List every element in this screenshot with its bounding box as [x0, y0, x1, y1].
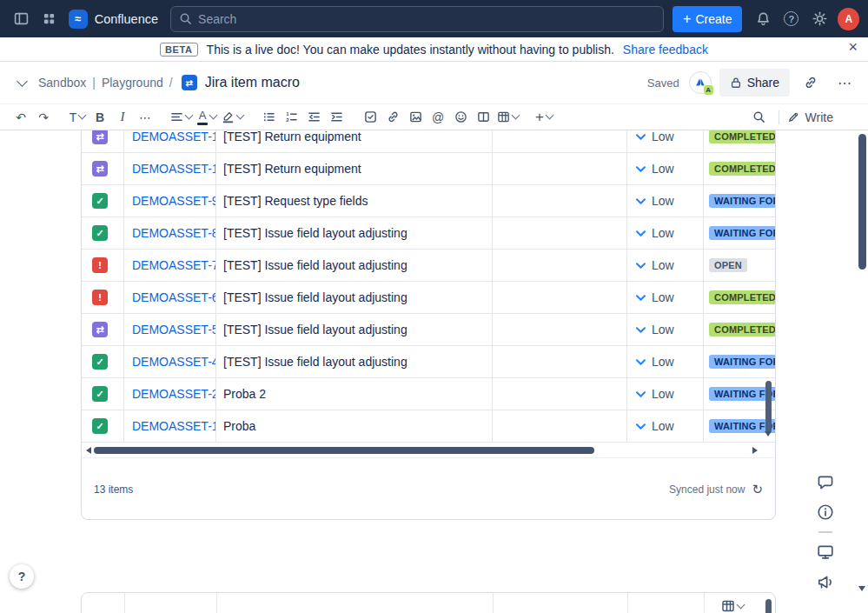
- priority-cell[interactable]: Low: [627, 250, 704, 281]
- issue-summary-cell: [TEST] Issue field layout adjusting: [216, 217, 493, 249]
- priority-cell[interactable]: Low: [627, 378, 704, 410]
- comments-button[interactable]: [815, 472, 836, 493]
- issue-key-link[interactable]: DEMOASSET-11: [132, 130, 216, 143]
- page-scroll-down-arrow[interactable]: [858, 591, 865, 607]
- issue-key-link[interactable]: DEMOASSET-1: [132, 419, 216, 433]
- priority-cell[interactable]: Low: [627, 185, 704, 217]
- insert-table-button[interactable]: [495, 107, 520, 128]
- write-button[interactable]: Write: [787, 107, 833, 128]
- task-list-button[interactable]: [360, 107, 381, 128]
- issue-key-cell: DEMOASSET-6: [124, 282, 216, 313]
- horizontal-scroll-thumb[interactable]: [94, 447, 594, 454]
- numbered-list-button[interactable]: 12: [281, 107, 301, 128]
- help-button[interactable]: ?: [779, 6, 804, 32]
- collaborator-avatar[interactable]: A: [689, 71, 712, 94]
- table-row: ✓DEMOASSET-4[TEST] Issue field layout ad…: [82, 346, 775, 378]
- share-button[interactable]: Share: [719, 69, 790, 97]
- search-input[interactable]: Search: [170, 6, 664, 32]
- table-row: ⇄DEMOASSET-5[TEST] Issue field layout ad…: [82, 314, 775, 346]
- table-options-button[interactable]: [721, 599, 744, 613]
- share-feedback-link[interactable]: Share feedback: [623, 43, 708, 57]
- text-style-button[interactable]: T: [67, 107, 88, 128]
- insert-link-button[interactable]: [382, 107, 403, 128]
- create-button[interactable]: + Create: [673, 6, 742, 32]
- link-icon: [804, 76, 818, 90]
- jira-items-macro[interactable]: ⇄DEMOASSET-11[TEST] Return equipmentLowC…: [81, 130, 776, 520]
- priority-cell[interactable]: Low: [627, 346, 704, 377]
- banner-close-button[interactable]: ×: [848, 39, 858, 55]
- layouts-button[interactable]: [473, 107, 494, 128]
- outdent-button[interactable]: [303, 107, 324, 128]
- issue-key-cell: DEMOASSET-1: [124, 410, 216, 442]
- align-button[interactable]: [169, 107, 194, 128]
- bold-button[interactable]: B: [89, 107, 110, 128]
- insert-image-button[interactable]: [405, 107, 426, 128]
- details-button[interactable]: [815, 502, 836, 523]
- issue-key-link[interactable]: DEMOASSET-2: [132, 387, 216, 401]
- refresh-button[interactable]: ↻: [752, 483, 763, 496]
- highlight-button[interactable]: [220, 107, 245, 128]
- emoji-button[interactable]: [450, 107, 471, 128]
- issue-summary: [TEST] Return equipment: [223, 162, 361, 176]
- mention-button[interactable]: @: [427, 107, 448, 128]
- text-color-icon: A: [197, 110, 208, 125]
- issue-key-link[interactable]: DEMOASSET-6: [132, 290, 216, 304]
- breadcrumb-space-link[interactable]: Sandbox: [38, 76, 86, 90]
- macro-horizontal-scrollbar[interactable]: [82, 443, 775, 458]
- scroll-right-arrow[interactable]: [752, 447, 758, 454]
- app-switcher-button[interactable]: [36, 6, 61, 32]
- table-row: ✓DEMOASSET-9[TEST] Request type fieldsLo…: [82, 185, 775, 217]
- indent-button[interactable]: [326, 107, 347, 128]
- issue-key-link[interactable]: DEMOASSET-8: [132, 226, 216, 240]
- priority-cell[interactable]: Low: [627, 130, 704, 152]
- priority-low-icon: [634, 130, 647, 143]
- breadcrumb-page-link[interactable]: Playground: [102, 76, 163, 90]
- redo-button[interactable]: ↷: [33, 107, 54, 128]
- chevron-down-icon: [512, 111, 520, 120]
- priority-cell[interactable]: Low: [627, 282, 704, 313]
- issue-key-link[interactable]: DEMOASSET-4: [132, 355, 216, 369]
- feedback-button[interactable]: [815, 571, 836, 592]
- green-issue-type-icon: ✓: [92, 418, 108, 434]
- collapse-chevron-button[interactable]: [10, 71, 33, 94]
- profile-avatar[interactable]: A: [838, 8, 859, 30]
- issue-key-cell: DEMOASSET-2: [124, 378, 216, 410]
- priority-cell[interactable]: Low: [627, 410, 704, 442]
- bullet-list-button[interactable]: [258, 107, 279, 128]
- more-actions-button[interactable]: ⋯: [832, 70, 858, 96]
- settings-button[interactable]: [807, 6, 832, 32]
- priority-cell[interactable]: Low: [627, 153, 704, 184]
- issue-key-link[interactable]: DEMOASSET-9: [132, 194, 216, 208]
- status-badge: WAITING FOR SUPPORT: [709, 226, 775, 240]
- sidebar-toggle-button[interactable]: [9, 6, 33, 32]
- scroll-left-arrow[interactable]: [86, 447, 91, 454]
- issue-summary-cell: Proba 2: [216, 378, 493, 410]
- macro-vertical-scrollbar[interactable]: [765, 381, 772, 433]
- empty-cell: [493, 130, 627, 152]
- page-title[interactable]: Jira item macro: [205, 75, 300, 90]
- issue-key-link[interactable]: DEMOASSET-7: [132, 258, 216, 272]
- status-badge: WAITING FOR SUPPORT: [709, 194, 775, 208]
- issue-key-link[interactable]: DEMOASSET-5: [132, 323, 216, 336]
- help-fab-button[interactable]: ?: [10, 564, 34, 589]
- issue-key-link[interactable]: DEMOASSET-10: [132, 162, 216, 176]
- more-formatting-button[interactable]: ⋯: [135, 107, 156, 128]
- page-scrollbar-thumb[interactable]: [858, 134, 866, 270]
- confluence-home-link[interactable]: ≈ Confluence: [69, 10, 158, 29]
- second-macro-scrollbar[interactable]: [765, 599, 772, 613]
- status-cell: COMPLETED: [704, 130, 775, 152]
- editor-content[interactable]: ⇄DEMOASSET-11[TEST] Return equipmentLowC…: [0, 130, 868, 613]
- second-jira-macro[interactable]: [81, 592, 776, 613]
- undo-button[interactable]: ↶: [10, 107, 31, 128]
- insert-element-button[interactable]: +: [533, 107, 554, 128]
- status-badge: COMPLETED: [709, 130, 775, 143]
- text-color-button[interactable]: A: [195, 107, 218, 128]
- priority-cell[interactable]: Low: [627, 217, 704, 249]
- notifications-button[interactable]: [751, 6, 775, 32]
- priority-cell[interactable]: Low: [627, 314, 704, 345]
- find-in-page-button[interactable]: [749, 107, 770, 128]
- copy-link-button[interactable]: [798, 70, 824, 96]
- italic-button[interactable]: I: [112, 107, 133, 128]
- presenter-mode-button[interactable]: [815, 542, 836, 563]
- jira-macro-icon: ⇄: [182, 75, 197, 90]
